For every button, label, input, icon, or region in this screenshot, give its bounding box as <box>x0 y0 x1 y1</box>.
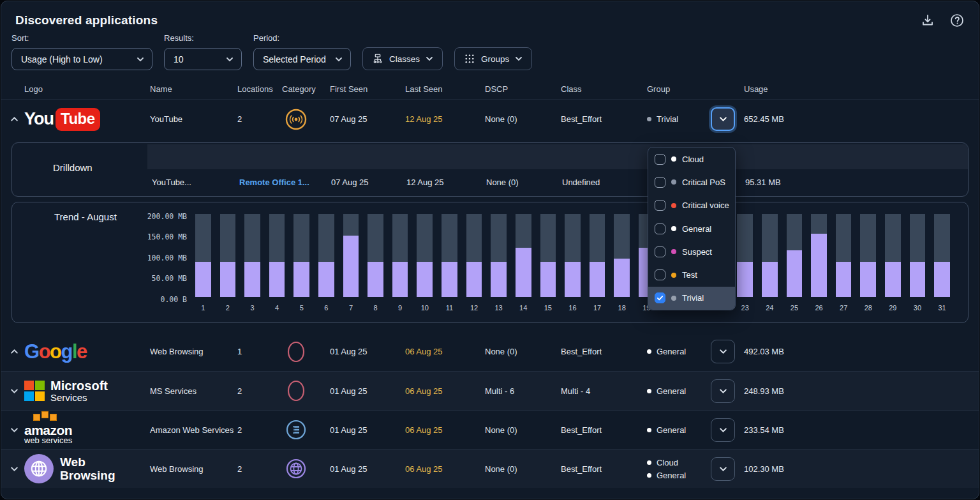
col-dscp: DSCP <box>485 84 561 94</box>
group-option-label: Critical PoS <box>682 178 725 187</box>
collapse-chevron-up-icon[interactable] <box>10 115 24 123</box>
filter-bar: Sort: Usage (High to Low) Results: 10 Pe… <box>1 32 979 79</box>
x-tick-label: 11 <box>442 304 457 312</box>
trend-bar: 14 <box>516 214 531 312</box>
y-tick-label: 100.00 MB <box>147 254 187 262</box>
group-dropdown-button[interactable] <box>711 107 735 131</box>
dscp-value: None (0) <box>485 347 561 356</box>
chevron-down-icon <box>226 56 234 63</box>
period-filter: Period: Selected Period <box>253 33 351 70</box>
period-select[interactable]: Selected Period <box>253 48 351 70</box>
first-seen: 07 Aug 25 <box>331 178 406 187</box>
usage-value: 233.54 MB <box>744 425 821 435</box>
col-name: Name <box>150 84 237 94</box>
group-dropdown-button[interactable] <box>711 340 735 363</box>
group-color-dot <box>647 117 651 121</box>
checkbox-icon[interactable] <box>655 246 665 257</box>
dscp-value: Multi - 6 <box>485 386 561 396</box>
drilldown-location-link[interactable]: Remote Office 1 <box>239 151 331 161</box>
usage-value: 557.14 MB <box>745 151 822 161</box>
expand-chevron-down-icon[interactable] <box>10 426 24 434</box>
checkbox-checked-icon[interactable] <box>655 292 665 303</box>
x-tick-label: 13 <box>491 304 507 312</box>
trend-bar: 18 <box>614 214 630 312</box>
x-tick-label: 16 <box>565 304 581 312</box>
x-tick-label: 2 <box>220 304 236 312</box>
group-dropdown-button[interactable] <box>711 418 735 442</box>
group-option-label: Critical voice <box>682 201 729 210</box>
trend-bar: 26 <box>811 214 827 312</box>
checkbox-icon[interactable] <box>655 269 665 280</box>
sort-label: Sort: <box>11 33 152 43</box>
trend-bar: 10 <box>417 214 433 312</box>
table-row-microsoft[interactable]: Microsoft Services MS Services 2 01 Aug … <box>1 371 979 410</box>
group-option-trivial[interactable]: Trivial <box>648 287 735 310</box>
drilldown-row[interactable]: YouTube... Remote Office 1... 07 Aug 25 … <box>12 169 968 195</box>
trend-bar: 16 <box>565 214 581 312</box>
hierarchy-icon <box>372 53 383 64</box>
first-seen: 01 Aug 25 <box>330 464 405 474</box>
col-category: Category <box>282 84 330 94</box>
dscp-value: None (0) <box>485 114 561 124</box>
table-row-web-browsing[interactable]: WebBrowsing Web Browsing 2 01 Aug 25 06 … <box>1 449 979 488</box>
x-tick-label: 31 <box>934 304 950 312</box>
circle-icon <box>285 379 308 402</box>
last-seen: 06 Aug 25 <box>405 386 485 396</box>
header: Discovered applications <box>1 1 979 32</box>
table-row-google[interactable]: Google Web Browsing 1 01 Aug 25 06 Aug 2… <box>1 332 979 371</box>
class-value: Undefined <box>562 151 648 161</box>
locations-count: 2 <box>237 386 282 396</box>
results-select[interactable]: 10 <box>164 48 242 70</box>
drilldown-row[interactable]: YouTube... Remote Office 1 07 Aug 25 12 … <box>12 143 968 169</box>
group-option-test[interactable]: Test <box>648 263 735 286</box>
help-icon[interactable] <box>949 13 965 28</box>
group-dropdown-button[interactable] <box>711 379 735 403</box>
group-option-cloud[interactable]: Cloud <box>648 148 735 170</box>
group-option-critical-voice[interactable]: Critical voice <box>648 194 735 217</box>
drilldown-location-link[interactable]: Remote Office 1... <box>239 178 331 187</box>
sort-select[interactable]: Usage (High to Low) <box>11 48 152 70</box>
group-color-dot <box>671 249 676 254</box>
trend-bar: 11 <box>442 214 457 312</box>
collapse-chevron-up-icon[interactable] <box>10 347 24 356</box>
dscp-value: None (0) <box>485 425 561 435</box>
groups-label: Groups <box>481 54 509 64</box>
drilldown-panel: Drilldown YouTube... Remote Office 1 07 … <box>11 142 969 197</box>
group-option-critical-pos[interactable]: Critical PoS <box>648 170 735 193</box>
checkbox-icon[interactable] <box>655 154 665 165</box>
results-label: Results: <box>164 33 242 43</box>
table-row-amazon[interactable]: amazon web services Amazon Web Services … <box>1 410 979 449</box>
group-dropdown-button[interactable] <box>711 457 735 481</box>
group-value: General <box>647 347 711 356</box>
download-icon[interactable] <box>920 13 935 28</box>
x-tick-label: 17 <box>590 304 605 312</box>
group-color-dot <box>671 226 676 231</box>
col-usage: Usage <box>744 84 966 94</box>
trend-bar: 7 <box>343 214 359 312</box>
x-tick-label: 4 <box>269 304 285 312</box>
expand-chevron-down-icon[interactable] <box>10 387 24 395</box>
y-tick-label: 0.00 B <box>160 295 187 304</box>
locations-count: 2 <box>237 464 282 474</box>
amazon-boxes-icon <box>33 414 57 421</box>
group-option-general[interactable]: General <box>648 217 735 240</box>
col-locations: Locations <box>237 84 282 94</box>
checkbox-icon[interactable] <box>655 177 665 188</box>
checkbox-icon[interactable] <box>655 200 665 211</box>
groups-button[interactable]: Groups <box>454 47 532 70</box>
globe-icon <box>24 454 54 483</box>
trend-bar: 9 <box>392 214 408 312</box>
group-option-suspect[interactable]: Suspect <box>648 240 735 263</box>
trend-bar: 30 <box>910 214 926 312</box>
group-option-label: Suspect <box>682 247 712 257</box>
table-row-youtube[interactable]: You Tube YouTube 2 07 Aug 25 12 Aug 25 N… <box>1 100 979 139</box>
results-filter: Results: 10 <box>164 33 242 70</box>
table-body: Google Web Browsing 1 01 Aug 25 06 Aug 2… <box>1 332 979 488</box>
classes-button[interactable]: Classes <box>362 47 443 70</box>
x-tick-label: 12 <box>466 304 482 312</box>
checkbox-icon[interactable] <box>655 223 665 234</box>
expand-chevron-down-icon[interactable] <box>10 465 24 473</box>
y-tick-label: 150.00 MB <box>147 232 187 241</box>
x-tick-label: 26 <box>811 304 827 312</box>
last-seen: 12 Aug 25 <box>405 114 485 124</box>
